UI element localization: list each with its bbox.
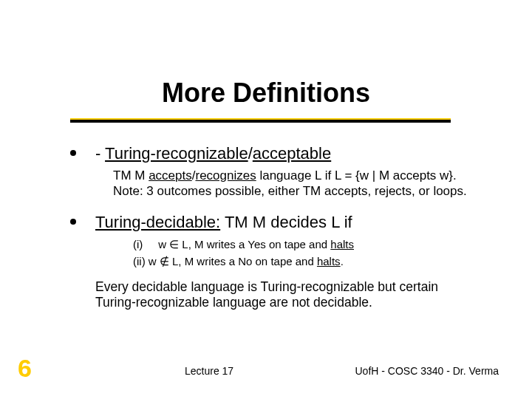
- bullet-1-lead: -: [95, 144, 105, 163]
- sub2-l1-t1: w: [155, 238, 169, 250]
- element-of-icon: ∈: [169, 238, 179, 250]
- footer-right: UofH - COSC 3340 - Dr. Verma: [355, 365, 499, 377]
- bullet-1: - Turing-recognizable/acceptable: [70, 144, 469, 163]
- bullet-2-underline: Turing-decidable:: [95, 213, 220, 231]
- sub2-line-2: (ii) w ∉ L, M writes a No on tape and ha…: [133, 253, 469, 269]
- bullet-1-underline-2: acceptable: [253, 144, 331, 163]
- slide-title: More Definitions: [0, 78, 532, 109]
- sub2-l1-u: halts: [330, 238, 354, 250]
- sub2-l2-u: halts: [317, 255, 341, 267]
- sub1-u2: recognizes: [195, 168, 256, 183]
- sub2-line-1: (i) w ∈ L, M writes a Yes on tape and ha…: [133, 236, 469, 252]
- sub2-l2-t2: L, M writes a No on tape and: [169, 255, 317, 267]
- content-area: - Turing-recognizable/acceptable TM M ac…: [70, 144, 469, 311]
- sub2-l2-end: .: [341, 255, 344, 267]
- footer-center: Lecture 17: [185, 365, 233, 377]
- sub2-l1-gap: [143, 238, 155, 250]
- sub2-l1-num: (i): [133, 238, 143, 250]
- accent-line-black: [70, 120, 451, 123]
- bullet-1-subtext: TM M accepts/recognizes language L if L …: [113, 168, 469, 200]
- bullet-2: Turing-decidable: TM M decides L if: [70, 213, 469, 232]
- not-element-of-icon: ∉: [160, 255, 169, 267]
- slide: More Definitions - Turing-recognizable/a…: [0, 0, 532, 399]
- closing-text: Every decidable language is Turing-recog…: [95, 279, 469, 312]
- sub1-t1: TM M: [113, 168, 149, 183]
- sub2-l1-t2: L, M writes a Yes on tape and: [179, 238, 330, 250]
- bullet-dot-icon: [70, 150, 76, 156]
- sub2-l2-num: (ii): [133, 255, 146, 267]
- bullet-2-rest: TM M decides L if: [220, 213, 352, 231]
- sub2-l2-t1: w: [146, 255, 160, 267]
- bullet-2-text: Turing-decidable: TM M decides L if: [95, 213, 352, 232]
- bullet-dot-icon: [70, 219, 76, 225]
- bullet-1-underline-1: Turing-recognizable: [105, 144, 248, 163]
- sub1-u1: accepts: [149, 168, 192, 183]
- bullet-2-subtext: (i) w ∈ L, M writes a Yes on tape and ha…: [133, 236, 469, 269]
- slide-number: 6: [18, 354, 32, 383]
- bullet-1-text: - Turing-recognizable/acceptable: [95, 144, 331, 163]
